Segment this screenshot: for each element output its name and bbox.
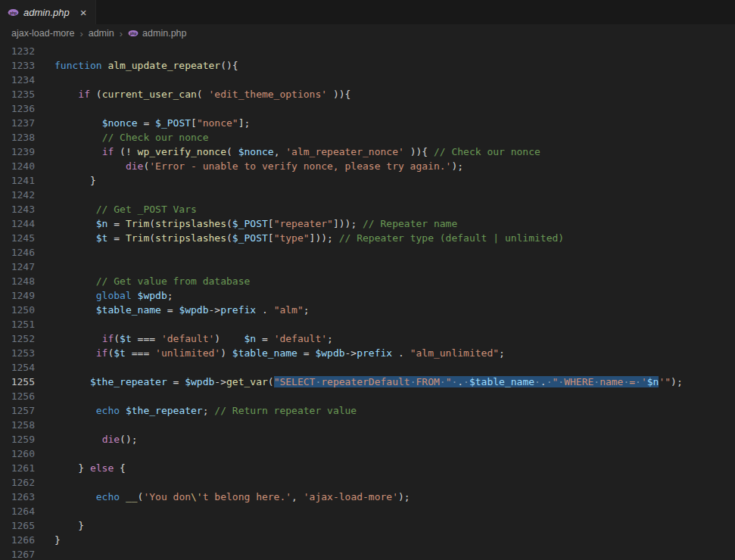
line-number[interactable]: 1242 <box>0 188 35 202</box>
line-number[interactable]: 1258 <box>0 418 35 432</box>
code-line[interactable]: 1247 <box>0 260 735 274</box>
code-token: -> <box>209 304 221 316</box>
code-token: echo <box>96 405 120 416</box>
line-number[interactable]: 1255 <box>0 375 35 389</box>
code-line[interactable]: 1251 <box>0 317 735 331</box>
code-line[interactable]: 1257 echo $the_repeater; // Return repea… <box>0 403 735 418</box>
tab-admin-php[interactable]: php admin.php × <box>0 0 96 24</box>
code-token <box>55 405 96 416</box>
code-line[interactable]: 1259 die(); <box>0 432 735 446</box>
line-number[interactable]: 1236 <box>0 101 35 116</box>
line-number[interactable]: 1241 <box>0 173 35 188</box>
line-number[interactable]: 1265 <box>0 518 35 533</box>
code-line[interactable]: 1249 global $wpdb; <box>0 288 735 303</box>
line-number[interactable]: 1257 <box>0 403 35 418</box>
line-number[interactable]: 1239 <box>0 145 35 159</box>
code-line[interactable]: 1258 <box>0 418 735 432</box>
line-number[interactable]: 1261 <box>0 461 35 475</box>
line-number[interactable]: 1238 <box>0 130 35 145</box>
code-line[interactable]: 1263 echo __('You don\'t belong here.', … <box>0 490 735 504</box>
line-number[interactable]: 1264 <box>0 504 35 518</box>
code-line[interactable]: 1265 } <box>0 518 735 533</box>
line-number[interactable]: 1243 <box>0 202 35 216</box>
code-line[interactable]: 1241 } <box>0 173 735 188</box>
code-line[interactable]: 1232 <box>0 44 735 58</box>
line-number[interactable]: 1240 <box>0 159 35 173</box>
code-line[interactable]: 1254 <box>0 360 735 375</box>
code-token: $_POST <box>155 117 191 129</box>
whitespace-dot: · <box>558 376 564 387</box>
code-token: $_POST <box>232 232 268 244</box>
line-number[interactable]: 1245 <box>0 231 35 245</box>
line-number[interactable]: 1263 <box>0 490 35 504</box>
line-number[interactable]: 1253 <box>0 346 35 360</box>
code-token: === <box>132 333 161 344</box>
code-token: ])); <box>333 218 363 229</box>
code-line[interactable]: 1252 if($t === 'default') $n = 'default'… <box>0 331 735 346</box>
code-line[interactable]: 1246 <box>0 245 735 260</box>
line-number[interactable]: 1260 <box>0 446 35 461</box>
code-line[interactable]: 1244 $n = Trim(stripslashes($_POST["repe… <box>0 216 735 231</box>
line-number[interactable]: 1251 <box>0 317 35 331</box>
code-line[interactable]: 1237 $nonce = $_POST["nonce"]; <box>0 116 735 130</box>
code-line[interactable]: 1242 <box>0 188 735 202</box>
line-number[interactable]: 1247 <box>0 260 35 274</box>
code-token: ( <box>149 218 155 229</box>
line-number[interactable]: 1232 <box>0 44 35 58</box>
code-line[interactable]: 1234 <box>0 73 735 87</box>
line-number[interactable]: 1244 <box>0 216 35 231</box>
breadcrumb-item-subfolder[interactable]: admin <box>89 28 114 39</box>
code-token: (){ <box>220 60 238 71</box>
line-number[interactable]: 1256 <box>0 389 35 403</box>
code-token: \' <box>191 491 203 502</box>
line-number[interactable]: 1259 <box>0 432 35 446</box>
code-line[interactable]: 1267 <box>0 547 735 560</box>
code-line[interactable]: 1260 <box>0 446 735 461</box>
whitespace-dot: · <box>593 376 600 387</box>
line-number[interactable]: 1254 <box>0 360 35 375</box>
code-line[interactable]: 1236 <box>0 101 735 116</box>
line-number[interactable]: 1249 <box>0 288 35 303</box>
code-line[interactable]: 1255 $the_repeater = $wpdb->get_var("SEL… <box>0 375 735 389</box>
code-line[interactable]: 1245 $t = Trim(stripslashes($_POST["type… <box>0 231 735 245</box>
code-line[interactable]: 1256 <box>0 389 735 403</box>
line-number[interactable]: 1234 <box>0 73 35 87</box>
line-number[interactable]: 1267 <box>0 547 35 560</box>
code-line[interactable]: 1235 if (current_user_can( 'edit_theme_o… <box>0 87 735 101</box>
code-text <box>35 475 55 490</box>
code-token: = <box>256 333 273 344</box>
code-text: // Get _POST Vars <box>35 202 197 216</box>
code-text: } else { <box>35 461 126 475</box>
code-text: $nonce = $_POST["nonce"]; <box>35 116 250 130</box>
line-number[interactable]: 1262 <box>0 475 35 490</box>
line-number[interactable]: 1250 <box>0 303 35 317</box>
code-line[interactable]: 1248 // Get value from database <box>0 274 735 288</box>
code-line[interactable]: 1253 if($t === 'unlimited') $table_name … <box>0 346 735 360</box>
line-number[interactable]: 1235 <box>0 87 35 101</box>
line-number[interactable]: 1266 <box>0 533 35 547</box>
code-line[interactable]: 1261 } else { <box>0 461 735 475</box>
code-line[interactable]: 1233function alm_update_repeater(){ <box>0 58 735 73</box>
code-token: 'alm_repeater_nonce' <box>285 146 404 157</box>
php-icon: php <box>128 28 139 39</box>
line-number[interactable]: 1237 <box>0 116 35 130</box>
code-line[interactable]: 1243 // Get _POST Vars <box>0 202 735 216</box>
breadcrumb-item-file[interactable]: admin.php <box>142 28 186 39</box>
code-line[interactable]: 1262 <box>0 475 735 490</box>
code-line[interactable]: 1264 <box>0 504 735 518</box>
line-number[interactable]: 1248 <box>0 274 35 288</box>
line-number[interactable]: 1252 <box>0 331 35 346</box>
close-icon[interactable]: × <box>79 7 89 18</box>
line-number[interactable]: 1233 <box>0 58 35 73</box>
code-token: ( <box>149 232 155 244</box>
code-token: $nonce <box>238 146 274 157</box>
code-line[interactable]: 1250 $table_name = $wpdb->prefix . "alm"… <box>0 303 735 317</box>
breadcrumb-item-folder[interactable]: ajax-load-more <box>11 28 74 39</box>
editor[interactable]: 12321233function alm_update_repeater(){1… <box>0 42 735 560</box>
code-line[interactable]: 1240 die('Error - unable to verify nonce… <box>0 159 735 173</box>
code-token: ; <box>304 304 310 316</box>
line-number[interactable]: 1246 <box>0 245 35 260</box>
code-line[interactable]: 1238 // Check our nonce <box>0 130 735 145</box>
code-line[interactable]: 1239 if (! wp_verify_nonce( $nonce, 'alm… <box>0 145 735 159</box>
code-line[interactable]: 1266} <box>0 533 735 547</box>
